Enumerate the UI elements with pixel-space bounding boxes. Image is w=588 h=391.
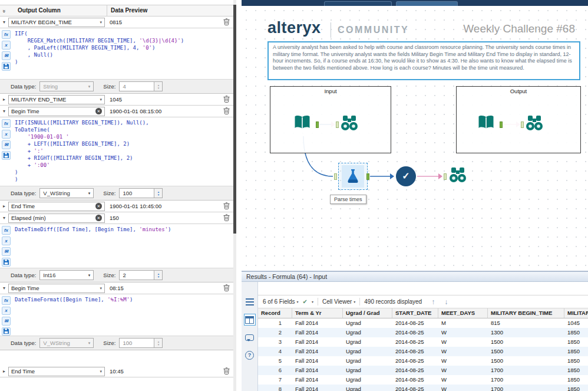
table-row[interactable]: 6Fall 2014Ugrad2014-08-25W17001850 [258, 366, 588, 375]
column-header[interactable]: Record [258, 308, 292, 318]
output-column-select[interactable]: Begin Time✕ [8, 107, 105, 116]
expression-editor[interactable]: IIF(ISNULL([MILITARY BEGIN_TIME]), Null(… [12, 117, 233, 186]
table-view-icon[interactable] [244, 314, 256, 326]
input-anchor[interactable] [521, 121, 524, 128]
column-header[interactable]: Term & Yr [292, 308, 343, 318]
size-stepper[interactable]: ▴▾ [154, 188, 163, 198]
table-row[interactable]: 2Fall 2014Ugrad2014-08-25W13001850 [258, 328, 588, 337]
expression-editor[interactable]: DateTimeDiff([End Time], [Begin Time], '… [12, 224, 233, 268]
variables-icon[interactable]: x [2, 41, 11, 50]
browse-tool[interactable] [448, 165, 470, 188]
save-icon[interactable] [2, 327, 11, 336]
functions-icon[interactable]: fx [2, 30, 11, 39]
save-icon[interactable] [2, 62, 11, 71]
column-header[interactable]: START_DATE [392, 308, 438, 318]
column-header[interactable]: Ugrad / Grad [343, 308, 392, 318]
comment-icon[interactable] [244, 331, 256, 343]
input-data-tool[interactable] [476, 113, 498, 136]
delete-expression-button[interactable] [219, 202, 233, 211]
output-anchor[interactable] [366, 173, 369, 180]
envelope-icon[interactable]: ✉ [2, 317, 11, 326]
output-column-select[interactable]: Elapsed (min)✕ [8, 213, 105, 223]
list-view-icon[interactable] [244, 296, 256, 308]
variables-icon[interactable]: x [2, 307, 11, 316]
data-type-select[interactable]: V_WString▾ [39, 338, 94, 348]
save-icon[interactable] [2, 258, 11, 267]
up-arrow-icon[interactable]: ↑ [431, 298, 435, 306]
output-column-select[interactable]: Begin Time▾ [8, 284, 105, 293]
size-input[interactable]: 2 [119, 270, 154, 280]
output-tool-container[interactable]: Output [456, 86, 581, 153]
variables-icon[interactable]: x [2, 130, 11, 139]
size-input[interactable]: 100 [119, 338, 154, 348]
column-header[interactable]: MILITARY BEGIN_TIME [488, 308, 564, 318]
envelope-icon[interactable]: ✉ [2, 51, 11, 60]
expand-chevron-icon[interactable]: ▸ [0, 203, 8, 209]
input-anchor[interactable] [336, 121, 339, 128]
browse-tool[interactable] [339, 113, 362, 136]
data-type-select[interactable]: Int16▾ [39, 270, 94, 280]
functions-icon[interactable]: fx [2, 226, 11, 235]
scrollbar-thumb[interactable] [233, 5, 236, 234]
size-stepper[interactable]: ▴▾ [154, 81, 163, 91]
workflow-tab-bar[interactable] [242, 0, 588, 6]
functions-icon[interactable]: fx [2, 119, 11, 128]
envelope-icon[interactable]: ✉ [2, 140, 11, 149]
size-input[interactable]: 100 [119, 188, 154, 198]
remove-column-icon[interactable]: ✕ [95, 203, 102, 209]
down-arrow-icon[interactable]: ↓ [444, 298, 448, 306]
expression-editor[interactable]: IIF( REGEX_Match([MILITARY BEGIN_TIME], … [12, 28, 233, 79]
delete-expression-button[interactable] [219, 367, 233, 376]
cell-viewer-dropdown[interactable]: Cell Viewer ▾ [322, 298, 355, 305]
input-data-tool[interactable] [292, 113, 315, 136]
size-stepper[interactable]: ▴▾ [154, 338, 163, 348]
output-column-select[interactable]: End Time▾ [8, 367, 105, 376]
expand-chevron-icon[interactable]: ▸ [0, 97, 8, 102]
delete-expression-button[interactable] [219, 18, 233, 27]
save-icon[interactable] [2, 151, 11, 160]
table-row[interactable]: 3Fall 2014Ugrad2014-08-25W15001850 [258, 337, 588, 347]
workflow-tab[interactable] [324, 1, 392, 6]
table-row[interactable]: 7Fall 2014Ugrad2014-08-25W17001850 [258, 375, 588, 385]
output-anchor[interactable] [500, 121, 503, 128]
output-column-select[interactable]: End Time✕ [8, 202, 105, 211]
vertical-scrollbar[interactable] [233, 0, 236, 391]
expand-chevron-icon[interactable]: ▾ [0, 215, 8, 221]
column-header[interactable]: MILITARY END_TIME [564, 308, 588, 318]
column-header[interactable]: MEET_DAYS [438, 308, 488, 318]
output-anchor[interactable] [316, 121, 319, 128]
delete-expression-button[interactable] [219, 213, 233, 222]
delete-expression-button[interactable] [219, 107, 233, 116]
fields-dropdown[interactable]: 6 of 6 Fields ▾ [263, 298, 299, 305]
data-type-select[interactable]: String▾ [39, 81, 94, 91]
workflow-canvas[interactable]: alteryx COMMUNITY Weekly Challenge #68 A… [242, 6, 588, 271]
input-anchor[interactable] [444, 173, 447, 180]
size-input[interactable]: 4 [119, 81, 154, 91]
help-icon[interactable]: ? [244, 349, 256, 361]
expand-chevron-icon[interactable]: ▾ [0, 109, 8, 114]
table-row[interactable]: 1Fall 2014Ugrad2014-08-25M8151045 [258, 318, 588, 328]
parse-times-tool[interactable] [342, 165, 364, 188]
size-stepper[interactable]: ▴▾ [154, 270, 163, 280]
check-tool[interactable]: ✓ [396, 166, 416, 186]
output-column-select[interactable]: MILITARY BEGIN_TIME▾ [8, 18, 105, 27]
expand-chevron-icon[interactable]: ▾ [0, 19, 8, 25]
table-row[interactable]: 8Fall 2014Ugrad2014-08-25W17001850 [258, 385, 588, 391]
collapse-all-icon[interactable]: » [1, 9, 7, 12]
workflow-tab-active[interactable] [396, 1, 458, 6]
remove-column-icon[interactable]: ✕ [95, 215, 102, 221]
browse-tool[interactable] [524, 113, 547, 136]
check-icon[interactable]: ✔ [303, 298, 308, 305]
envelope-icon[interactable]: ✉ [2, 247, 11, 256]
delete-expression-button[interactable] [219, 284, 233, 293]
data-type-select[interactable]: V_WString▾ [39, 188, 94, 198]
output-column-select[interactable]: MILITARY END_TIME▾ [8, 95, 105, 104]
remove-column-icon[interactable]: ✕ [95, 108, 102, 114]
variables-icon[interactable]: x [2, 236, 11, 245]
table-row[interactable]: 5Fall 2014Ugrad2014-08-25W15001850 [258, 356, 588, 366]
functions-icon[interactable]: fx [2, 296, 11, 305]
table-row[interactable]: 4Fall 2014Ugrad2014-08-25W15001850 [258, 347, 588, 356]
delete-expression-button[interactable] [219, 95, 233, 104]
expand-chevron-icon[interactable]: ▾ [0, 285, 8, 291]
expand-chevron-icon[interactable]: ▸ [0, 369, 8, 374]
